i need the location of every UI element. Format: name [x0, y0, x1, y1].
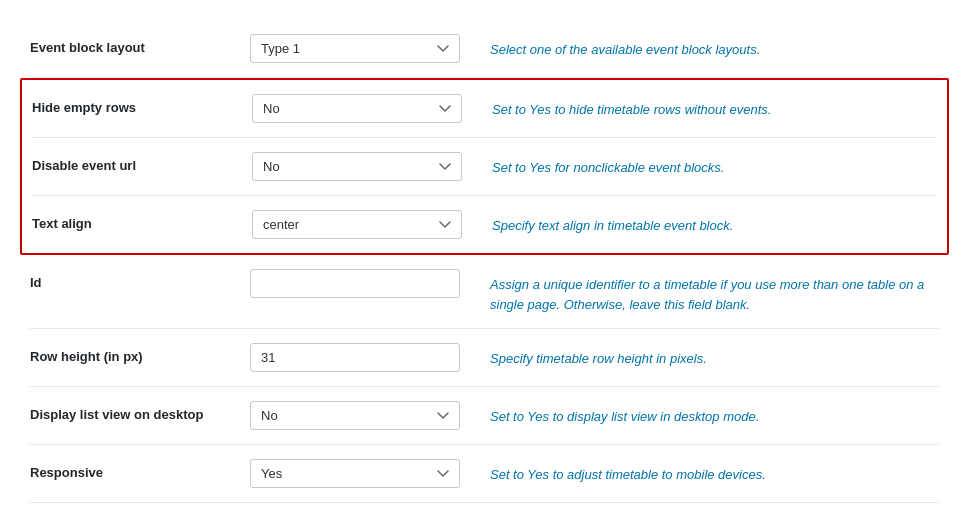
control-row-height[interactable]: [250, 343, 460, 372]
description-id-field: Assign a unique identifier to a timetabl…: [460, 269, 939, 314]
control-text-align[interactable]: centerleftright: [252, 210, 462, 239]
select-responsive[interactable]: YesNo: [250, 459, 460, 488]
control-hide-empty-rows[interactable]: NoYes: [252, 94, 462, 123]
control-event-block-layout[interactable]: Type 1Type 2Type 3: [250, 34, 460, 63]
settings-page: Event block layoutType 1Type 2Type 3Sele…: [0, 0, 969, 518]
label-disable-event-url: Disable event url: [32, 152, 252, 173]
control-display-list-view[interactable]: NoYes: [250, 401, 460, 430]
description-hide-empty-rows: Set to Yes to hide timetable rows withou…: [462, 94, 937, 120]
settings-row-hide-empty-rows: Hide empty rowsNoYesSet to Yes to hide t…: [32, 80, 937, 138]
select-text-align[interactable]: centerleftright: [252, 210, 462, 239]
highlighted-group: Hide empty rowsNoYesSet to Yes to hide t…: [20, 78, 949, 255]
settings-row-disable-event-url: Disable event urlNoYesSet to Yes for non…: [32, 138, 937, 196]
select-disable-event-url[interactable]: NoYes: [252, 152, 462, 181]
control-responsive[interactable]: YesNo: [250, 459, 460, 488]
label-display-list-view: Display list view on desktop: [30, 401, 250, 422]
control-id-field[interactable]: [250, 269, 460, 298]
select-display-list-view[interactable]: NoYes: [250, 401, 460, 430]
label-event-block-layout: Event block layout: [30, 34, 250, 55]
label-id-field: Id: [30, 269, 250, 290]
settings-row-event-block-layout: Event block layoutType 1Type 2Type 3Sele…: [30, 20, 939, 78]
label-hide-empty-rows: Hide empty rows: [32, 94, 252, 115]
input-row-height[interactable]: [250, 343, 460, 372]
description-responsive: Set to Yes to adjust timetable to mobile…: [460, 459, 939, 485]
description-text-align: Specify text align in timetable event bl…: [462, 210, 937, 236]
settings-row-display-list-view: Display list view on desktopNoYesSet to …: [30, 387, 939, 445]
select-hide-empty-rows[interactable]: NoYes: [252, 94, 462, 123]
settings-row-responsive: ResponsiveYesNoSet to Yes to adjust time…: [30, 445, 939, 503]
settings-row-id-field: IdAssign a unique identifier to a timeta…: [30, 255, 939, 329]
description-row-height: Specify timetable row height in pixels.: [460, 343, 939, 369]
select-event-block-layout[interactable]: Type 1Type 2Type 3: [250, 34, 460, 63]
label-responsive: Responsive: [30, 459, 250, 480]
control-disable-event-url[interactable]: NoYes: [252, 152, 462, 181]
description-disable-event-url: Set to Yes for nonclickable event blocks…: [462, 152, 937, 178]
label-text-align: Text align: [32, 210, 252, 231]
label-row-height: Row height (in px): [30, 343, 250, 364]
description-event-block-layout: Select one of the available event block …: [460, 34, 939, 60]
description-display-list-view: Set to Yes to display list view in deskt…: [460, 401, 939, 427]
settings-row-row-height: Row height (in px)Specify timetable row …: [30, 329, 939, 387]
input-id-field[interactable]: [250, 269, 460, 298]
settings-row-text-align: Text aligncenterleftrightSpecify text al…: [32, 196, 937, 253]
